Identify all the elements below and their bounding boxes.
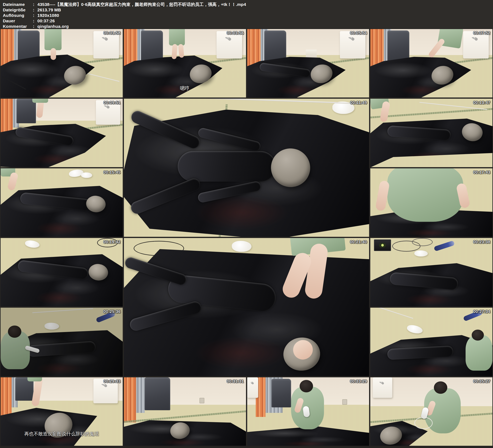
orange-curtain — [124, 377, 136, 422]
encased-figure-torso — [178, 151, 276, 181]
video-thumbnail: 00:09:51 — [0, 99, 123, 167]
subtitle-caption: 嗯哼 — [180, 85, 189, 91]
standing-person-robe — [169, 29, 185, 45]
subtitle-caption: 再也不敢造次妄图说什么辞职的鬼话 — [24, 431, 99, 437]
timestamp-overlay: 00:17:43 — [473, 170, 490, 175]
robe-hem — [27, 377, 42, 381]
video-thumbnail: 00:17:43 — [370, 168, 493, 237]
meta-value-comment: qinglanhua.org — [37, 23, 69, 29]
video-thumbnail: 00:07:52 — [370, 29, 493, 98]
thumbnail-grid: 00:01:58 嗯哼 00:03:56 00:05:54 — [0, 28, 493, 446]
cabinet — [145, 377, 170, 410]
video-thumbnail: 00:15:45 — [0, 168, 123, 237]
meta-row-filesize: Dateigröße:2613.79 MB — [3, 7, 493, 12]
woman-hair — [434, 381, 447, 394]
video-thumbnail: 00:05:54 — [247, 29, 369, 98]
meta-label: Auflösung — [3, 12, 33, 18]
meta-label: Kommentar — [3, 23, 33, 29]
tissue — [81, 172, 92, 178]
cabinet — [272, 379, 291, 408]
meta-row-duration: Dauer:00:37:26 — [3, 18, 493, 23]
woman-hair — [472, 330, 484, 341]
meta-value-resolution: 1920x1080 — [37, 12, 59, 18]
ac-wall-panel — [247, 377, 258, 398]
wand-cable — [415, 417, 433, 429]
video-thumbnail-large: 00:11:49 — [124, 99, 369, 237]
timestamp-overlay: 00:21:40 — [350, 240, 367, 244]
meta-value-duration: 00:37:26 — [37, 18, 55, 23]
timestamp-overlay: 00:19:42 — [104, 240, 121, 244]
cabinet — [141, 31, 163, 62]
orange-curtain — [0, 377, 11, 417]
wall-socket — [200, 398, 204, 403]
cable — [412, 238, 433, 246]
meta-row-filename: Dateiname:43538----【黑魔法师】0·6高级真空床超压力拘束，颜… — [3, 2, 493, 7]
timestamp-overlay: 00:31:31 — [227, 379, 244, 384]
meta-label: Dateiname — [3, 2, 33, 7]
video-thumbnail: 00:19:42 — [0, 238, 123, 306]
timestamp-overlay: 00:13:47 — [473, 100, 490, 105]
grey-curtain — [136, 377, 145, 413]
video-thumbnail: 00:31:31 — [124, 377, 246, 446]
video-thumbnail: 00:25:36 — [0, 308, 123, 376]
meta-row-comment: Kommentar:qinglanhua.org — [3, 23, 493, 29]
timestamp-overlay: 00:27:34 — [473, 309, 490, 314]
timestamp-overlay: 00:11:49 — [350, 100, 367, 105]
robe-hem — [32, 99, 48, 103]
cabinet — [387, 31, 409, 62]
video-thumbnail: 00:35:27 — [370, 377, 493, 446]
timestamp-overlay: 00:09:51 — [104, 100, 121, 105]
standing-person-robe — [45, 29, 62, 50]
cabinet — [264, 31, 286, 62]
timestamp-overlay: 00:03:56 — [227, 31, 244, 35]
video-thumbnail: 00:13:47 — [370, 99, 493, 167]
video-thumbnail-large: 00:21:40 — [124, 238, 369, 376]
ac-wall-panel — [373, 377, 392, 398]
tissue — [232, 241, 251, 252]
latex-sheet — [0, 185, 123, 237]
woman-hair — [300, 380, 313, 392]
metadata-header: Dateiname:43538----【黑魔法师】0·6高级真空床超压力拘束，颜… — [0, 0, 493, 28]
timestamp-overlay: 00:23:38 — [473, 240, 490, 244]
timestamp-overlay: 00:07:52 — [473, 31, 490, 35]
standing-person-leg — [51, 48, 56, 60]
shade-overlay — [0, 308, 123, 376]
timestamp-overlay: 00:33:29 — [350, 379, 367, 384]
timestamp-overlay: 00:35:27 — [473, 379, 490, 384]
meta-row-resolution: Auflösung:1920x1080 — [3, 12, 493, 18]
meta-label: Dateigröße — [3, 7, 33, 12]
timestamp-overlay: 00:25:36 — [104, 309, 121, 314]
video-thumbnail: 00:27:34 — [370, 308, 493, 376]
timestamp-overlay: 00:29:33 — [104, 379, 121, 384]
latex-sheet — [0, 253, 123, 306]
meta-label: Dauer — [3, 18, 33, 23]
meta-value-filesize: 2613.79 MB — [37, 7, 61, 12]
timestamp-overlay: 00:05:54 — [350, 31, 367, 35]
wall-socket — [342, 399, 347, 405]
control-box — [374, 239, 391, 251]
kneeling-woman — [387, 168, 463, 222]
video-thumbnail: 00:33:29 — [247, 377, 369, 446]
meta-value-filename: 43538----【黑魔法师】0·6高级真空床超压力拘束，颜老师拘束公司，惩罚不… — [37, 2, 246, 7]
timestamp-overlay: 00:15:45 — [104, 170, 121, 175]
video-thumbnail: 00:01:58 — [0, 29, 123, 98]
video-thumbnail: 00:23:38 — [370, 238, 493, 306]
timestamp-overlay: 00:01:58 — [104, 31, 121, 35]
video-thumbnail: 嗯哼 00:03:56 — [124, 29, 246, 98]
video-thumbnail: 再也不敢造次妄图说什么辞职的鬼话 00:29:33 — [0, 377, 123, 446]
white-box — [306, 50, 317, 58]
tissue — [415, 250, 428, 257]
